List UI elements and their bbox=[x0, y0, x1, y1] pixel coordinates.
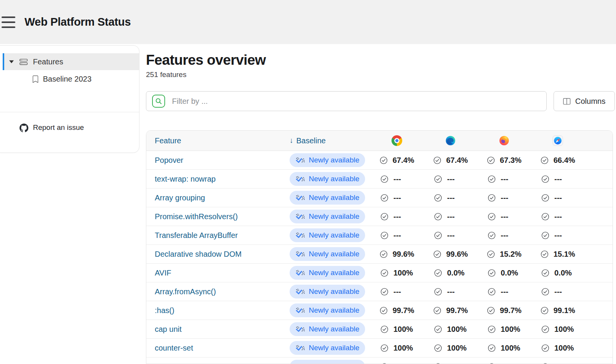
table-row: Declarative shadow DOM Newly available bbox=[146, 245, 613, 264]
baseline-newly-available-icon bbox=[295, 270, 305, 276]
check-circle-icon bbox=[434, 344, 442, 352]
baseline-newly-available-icon bbox=[295, 176, 305, 182]
table-row: AVIF Newly available bbox=[146, 264, 613, 282]
safari-column-header[interactable] bbox=[531, 135, 585, 146]
table-controls: Filter by ... Columns bbox=[146, 91, 615, 111]
chrome-column-header[interactable] bbox=[370, 135, 424, 146]
baseline-status-badge: Newly available bbox=[290, 266, 365, 280]
edge-usage-value: 67.4% bbox=[433, 156, 468, 165]
check-circle-icon bbox=[488, 288, 496, 296]
safari-icon bbox=[552, 135, 563, 146]
safari-usage-value: 99.1% bbox=[541, 306, 575, 315]
feature-link[interactable]: text-wrap: nowrap bbox=[155, 175, 216, 184]
chrome-icon bbox=[392, 135, 402, 146]
baseline-newly-available-icon bbox=[295, 251, 305, 257]
sidebar-item-baseline-2023[interactable]: Baseline 2023 bbox=[0, 71, 139, 87]
feature-link[interactable]: Promise.withResolvers() bbox=[155, 212, 238, 221]
check-circle-icon bbox=[380, 250, 388, 258]
caret-down-icon bbox=[9, 60, 14, 64]
search-icon bbox=[152, 95, 165, 108]
chrome-usage-value: 67.4% bbox=[380, 156, 414, 165]
firefox-usage-value: 67.3% bbox=[487, 156, 522, 165]
feature-link[interactable]: Array.fromAsync() bbox=[155, 287, 216, 296]
edge-usage-value: 99.7% bbox=[433, 306, 468, 315]
layout-split-icon bbox=[563, 98, 570, 105]
baseline-newly-available-icon bbox=[295, 326, 305, 332]
check-circle-icon bbox=[380, 288, 388, 296]
check-circle-icon bbox=[488, 231, 496, 239]
baseline-status-label: Newly available bbox=[309, 156, 359, 164]
filter-placeholder: Filter by ... bbox=[172, 97, 208, 106]
feature-link[interactable]: AVIF bbox=[155, 269, 171, 277]
check-circle-icon bbox=[380, 344, 388, 352]
feature-link[interactable]: Array grouping bbox=[155, 193, 205, 202]
chrome-usage-value: 100% bbox=[380, 325, 413, 334]
baseline-column-header[interactable]: Baseline bbox=[297, 136, 326, 145]
edge-usage-value: --- bbox=[434, 287, 467, 296]
columns-button-label: Columns bbox=[575, 97, 606, 106]
columns-button[interactable]: Columns bbox=[554, 91, 615, 111]
safari-usage-value: 15.1% bbox=[541, 250, 575, 259]
top-app-bar: Web Platform Status bbox=[0, 0, 616, 44]
github-icon bbox=[20, 123, 28, 132]
edge-usage-value: --- bbox=[434, 212, 467, 221]
feature-link[interactable]: Transferable ArrayBuffer bbox=[155, 231, 238, 240]
baseline-newly-available-icon bbox=[295, 289, 305, 295]
check-circle-icon bbox=[380, 175, 388, 183]
edge-usage-value bbox=[434, 363, 467, 364]
check-circle-icon bbox=[380, 213, 388, 221]
edge-usage-value: --- bbox=[434, 193, 467, 202]
edge-column-header[interactable] bbox=[424, 135, 477, 146]
edge-usage-value: 0.0% bbox=[434, 269, 467, 277]
feature-link[interactable]: :has() bbox=[155, 306, 174, 315]
feature-link[interactable]: Declarative shadow DOM bbox=[155, 250, 242, 259]
chrome-usage-value: --- bbox=[380, 193, 413, 202]
table-header-row: Feature ↓ Baseline bbox=[146, 131, 613, 151]
sidebar-item-label: Features bbox=[33, 57, 63, 66]
sidebar-item-label: Baseline 2023 bbox=[43, 75, 92, 84]
firefox-usage-value: --- bbox=[488, 212, 521, 221]
baseline-status-label: Newly available bbox=[309, 231, 359, 239]
check-circle-icon bbox=[434, 213, 442, 221]
safari-usage-value: --- bbox=[541, 212, 574, 221]
baseline-status-label: Newly available bbox=[309, 362, 359, 364]
check-circle-icon bbox=[487, 156, 495, 164]
check-circle-icon bbox=[434, 325, 442, 333]
firefox-usage-value: 100% bbox=[488, 344, 521, 353]
filter-input[interactable]: Filter by ... bbox=[146, 91, 547, 111]
feature-link[interactable]: Popover bbox=[155, 156, 183, 165]
table-row: Popover Newly available bbox=[146, 151, 613, 170]
check-circle-icon bbox=[434, 363, 442, 364]
report-issue-link[interactable]: Report an issue bbox=[0, 121, 139, 134]
feature-column-header[interactable]: Feature bbox=[155, 136, 181, 145]
hamburger-icon[interactable] bbox=[2, 16, 15, 28]
feature-link[interactable]: counter-set bbox=[155, 344, 193, 353]
safari-usage-value: 66.4% bbox=[541, 156, 575, 165]
baseline-status-badge: Newly available bbox=[290, 228, 365, 242]
firefox-column-header[interactable] bbox=[477, 135, 531, 146]
chrome-usage-value: --- bbox=[380, 175, 413, 184]
check-circle-icon bbox=[380, 363, 388, 364]
check-circle-icon bbox=[434, 175, 442, 183]
safari-usage-value: 100% bbox=[541, 344, 574, 353]
check-circle-icon bbox=[541, 269, 549, 277]
feature-link[interactable]: cap unit bbox=[155, 325, 182, 334]
chrome-usage-value bbox=[380, 363, 413, 364]
chrome-usage-value: 100% bbox=[380, 269, 413, 277]
check-circle-icon bbox=[487, 307, 495, 315]
check-circle-icon bbox=[380, 231, 388, 239]
firefox-usage-value: --- bbox=[488, 175, 521, 184]
baseline-status-label: Newly available bbox=[309, 175, 359, 183]
edge-usage-value: --- bbox=[434, 175, 467, 184]
check-circle-icon bbox=[541, 325, 549, 333]
safari-usage-value: --- bbox=[541, 193, 574, 202]
edge-usage-value: 99.6% bbox=[433, 250, 468, 259]
check-circle-icon bbox=[434, 269, 442, 277]
baseline-status-badge: Newly available bbox=[290, 191, 365, 205]
edge-usage-value: --- bbox=[434, 231, 467, 240]
check-circle-icon bbox=[541, 250, 549, 258]
sidebar-item-features[interactable]: Features bbox=[3, 53, 139, 70]
baseline-newly-available-icon bbox=[295, 157, 305, 163]
check-circle-icon bbox=[380, 156, 388, 164]
check-circle-icon bbox=[433, 250, 441, 258]
